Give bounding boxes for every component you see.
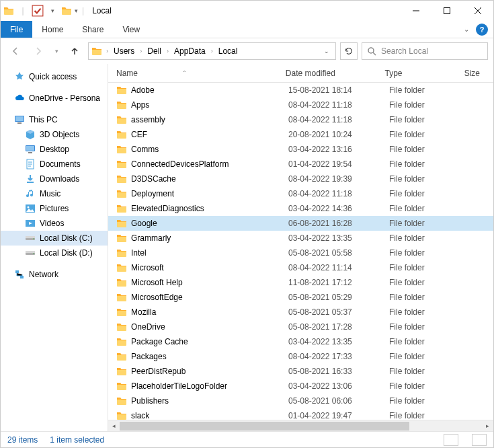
breadcrumb-users[interactable]: Users bbox=[111, 46, 137, 56]
file-row[interactable]: ElevatedDiagnostics03-04-2022 14:36File … bbox=[108, 201, 493, 216]
address-dropdown-icon[interactable]: ⌄ bbox=[321, 48, 333, 54]
file-row[interactable]: PlaceholderTileLogoFolder03-04-2022 13:0… bbox=[108, 379, 493, 394]
share-tab[interactable]: Share bbox=[73, 21, 113, 38]
column-size[interactable]: Size bbox=[459, 69, 493, 78]
folder-icon bbox=[116, 218, 127, 229]
file-type: File folder bbox=[384, 145, 464, 154]
scroll-thumb[interactable] bbox=[120, 422, 409, 431]
file-row[interactable]: Adobe15-08-2021 18:14File folder bbox=[108, 83, 493, 98]
sidebar-this-pc[interactable]: This PC bbox=[1, 112, 108, 127]
file-row[interactable]: Microsoft Help11-08-2021 17:12File folde… bbox=[108, 275, 493, 290]
sidebar-documents[interactable]: Documents bbox=[1, 157, 108, 172]
file-date: 08-04-2022 11:18 bbox=[283, 115, 384, 124]
file-row[interactable]: CEF20-08-2021 10:24File folder bbox=[108, 127, 493, 142]
breadcrumb-sep-icon[interactable]: › bbox=[210, 48, 214, 54]
file-row[interactable]: Package Cache03-04-2022 13:35File folder bbox=[108, 334, 493, 349]
breadcrumb-sep-icon[interactable]: › bbox=[165, 48, 170, 54]
file-row[interactable]: MicrosoftEdge05-08-2021 05:29File folder bbox=[108, 290, 493, 305]
recent-locations-button[interactable]: ▾ bbox=[52, 42, 61, 61]
network-icon bbox=[14, 269, 25, 280]
sidebar-music[interactable]: Music bbox=[1, 186, 108, 201]
folder-icon bbox=[116, 262, 127, 273]
up-button[interactable] bbox=[65, 42, 84, 61]
file-row[interactable]: Grammarly03-04-2022 13:35File folder bbox=[108, 231, 493, 246]
sidebar-downloads[interactable]: Downloads bbox=[1, 172, 108, 186]
file-row[interactable]: Packages08-04-2022 17:33File folder bbox=[108, 349, 493, 364]
search-input[interactable] bbox=[381, 46, 483, 56]
large-icons-view-button[interactable] bbox=[472, 434, 487, 446]
navigation-pane[interactable]: Quick access OneDrive - Persona This PC … bbox=[1, 64, 108, 431]
sidebar-disk-d[interactable]: Local Disk (D:) bbox=[1, 246, 108, 260]
file-row[interactable]: Mozilla05-08-2021 05:37File folder bbox=[108, 305, 493, 320]
qat-dropdown-icon[interactable]: ▾ bbox=[46, 5, 58, 17]
view-tab[interactable]: View bbox=[113, 21, 149, 38]
column-date[interactable]: Date modified bbox=[280, 69, 380, 78]
file-row[interactable]: slack01-04-2022 19:47File folder bbox=[108, 408, 493, 420]
file-date: 03-04-2022 13:06 bbox=[283, 381, 384, 391]
file-row[interactable]: Apps08-04-2022 11:18File folder bbox=[108, 98, 493, 112]
file-row[interactable]: OneDrive05-08-2021 17:28File folder bbox=[108, 320, 493, 334]
back-button[interactable] bbox=[6, 42, 25, 61]
sidebar-3d-objects[interactable]: 3D Objects bbox=[1, 127, 108, 142]
sidebar-network[interactable]: Network bbox=[1, 267, 108, 282]
scroll-right-icon[interactable]: ▸ bbox=[482, 420, 493, 432]
forward-button[interactable] bbox=[29, 42, 48, 61]
sidebar-desktop[interactable]: Desktop bbox=[1, 142, 108, 157]
maximize-button[interactable] bbox=[431, 1, 462, 21]
folder-icon bbox=[116, 410, 127, 420]
ribbon-expand-icon[interactable]: ⌄ bbox=[464, 26, 469, 33]
qat-customize-icon[interactable]: ▾ bbox=[75, 7, 78, 14]
sidebar-videos[interactable]: Videos bbox=[1, 216, 108, 231]
breadcrumb-dell[interactable]: Dell bbox=[145, 46, 164, 56]
qat-properties-icon[interactable] bbox=[32, 5, 44, 17]
file-name: assembly bbox=[131, 115, 165, 124]
file-row[interactable]: assembly08-04-2022 11:18File folder bbox=[108, 112, 493, 127]
details-view-button[interactable] bbox=[444, 434, 458, 446]
file-list[interactable]: Adobe15-08-2021 18:14File folderApps08-0… bbox=[108, 83, 493, 420]
breadcrumb-appdata[interactable]: AppData bbox=[171, 46, 208, 56]
file-row[interactable]: D3DSCache08-04-2022 19:39File folder bbox=[108, 172, 493, 186]
sidebar-disk-c[interactable]: Local Disk (C:) bbox=[1, 231, 108, 246]
column-type[interactable]: Type bbox=[379, 69, 458, 78]
breadcrumb-sep-icon[interactable]: › bbox=[105, 48, 110, 54]
file-row[interactable]: Microsoft08-04-2022 11:14File folder bbox=[108, 260, 493, 275]
file-row[interactable]: ConnectedDevicesPlatform01-04-2022 19:54… bbox=[108, 157, 493, 172]
file-row[interactable]: PeerDistRepub05-08-2021 16:33File folder bbox=[108, 364, 493, 379]
file-name: ConnectedDevicesPlatform bbox=[131, 159, 229, 169]
sidebar-label: Videos bbox=[40, 219, 64, 228]
file-row[interactable]: Intel05-08-2021 05:58File folder bbox=[108, 246, 493, 260]
sidebar-label: Downloads bbox=[40, 174, 79, 184]
file-date: 08-04-2022 19:39 bbox=[283, 174, 384, 184]
breadcrumb-sep-icon[interactable]: › bbox=[138, 48, 143, 54]
file-type: File folder bbox=[384, 322, 464, 332]
minimize-button[interactable] bbox=[401, 1, 431, 21]
column-name[interactable]: Name⌃ bbox=[108, 69, 280, 78]
file-name: Grammarly bbox=[131, 233, 171, 243]
file-type: File folder bbox=[384, 115, 464, 124]
address-bar[interactable]: › Users › Dell › AppData › Local ⌄ bbox=[88, 42, 336, 60]
horizontal-scrollbar[interactable]: ◂ ▸ bbox=[108, 420, 493, 431]
picture-icon bbox=[25, 203, 36, 214]
scroll-left-icon[interactable]: ◂ bbox=[108, 420, 120, 432]
file-tab[interactable]: File bbox=[1, 21, 32, 38]
help-button[interactable]: ? bbox=[476, 24, 488, 36]
breadcrumb-local[interactable]: Local bbox=[216, 46, 241, 56]
search-box[interactable] bbox=[362, 42, 488, 60]
home-tab[interactable]: Home bbox=[32, 21, 73, 38]
file-row[interactable]: Deployment08-04-2022 11:18File folder bbox=[108, 186, 493, 201]
refresh-button[interactable] bbox=[340, 42, 358, 60]
sidebar-quick-access[interactable]: Quick access bbox=[1, 69, 108, 84]
sidebar-label: Local Disk (D:) bbox=[40, 248, 93, 258]
sidebar-onedrive[interactable]: OneDrive - Persona bbox=[1, 91, 108, 106]
file-date: 05-08-2021 05:37 bbox=[283, 307, 384, 317]
folder-icon bbox=[116, 85, 127, 96]
file-row[interactable]: Google06-08-2021 16:28File folder bbox=[108, 216, 493, 231]
file-row[interactable]: Publishers05-08-2021 06:06File folder bbox=[108, 394, 493, 408]
title-bar: | ▾ ▾ | Local bbox=[1, 1, 493, 21]
file-name: Mozilla bbox=[131, 307, 156, 317]
scroll-track[interactable] bbox=[120, 420, 482, 431]
file-type: File folder bbox=[384, 381, 464, 391]
sidebar-pictures[interactable]: Pictures bbox=[1, 201, 108, 216]
close-button[interactable] bbox=[462, 1, 493, 21]
file-row[interactable]: Comms03-04-2022 13:16File folder bbox=[108, 142, 493, 157]
